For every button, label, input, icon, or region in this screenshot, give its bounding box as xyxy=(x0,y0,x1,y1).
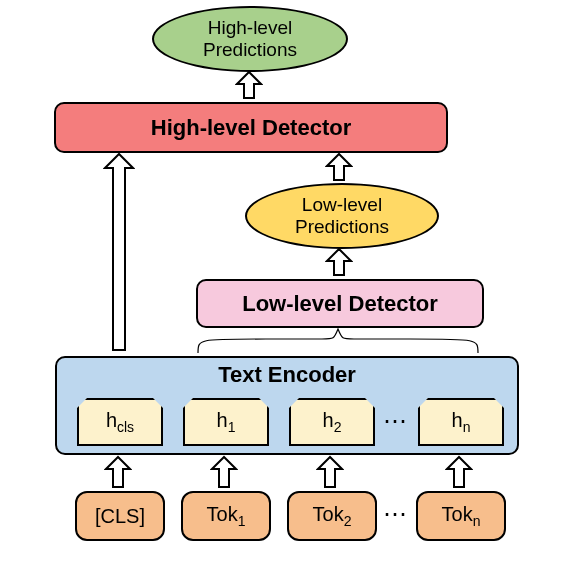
tok-1-node: Tok1 xyxy=(181,491,271,541)
tok-2-label: Tok2 xyxy=(313,503,352,529)
high-level-detector-node: High-level Detector xyxy=(54,102,448,153)
tok-n-node: Tokn xyxy=(416,491,506,541)
arrow-up-icon xyxy=(235,70,263,100)
svg-marker-3 xyxy=(327,249,351,275)
svg-marker-6 xyxy=(318,457,342,487)
svg-marker-1 xyxy=(327,154,351,180)
tok-n-label: Tokn xyxy=(442,503,481,529)
low-level-predictions-label: Low-level Predictions xyxy=(295,194,389,238)
h-2-label: h2 xyxy=(323,409,342,435)
text-encoder-label: Text Encoder xyxy=(218,362,356,388)
h-1-label: h1 xyxy=(217,409,236,435)
tok-2-node: Tok2 xyxy=(287,491,377,541)
high-level-detector-label: High-level Detector xyxy=(151,115,352,141)
h-n-node: hn xyxy=(418,398,504,446)
arrow-up-icon xyxy=(325,247,353,277)
h-2-node: h2 xyxy=(289,398,375,446)
svg-marker-0 xyxy=(237,72,261,98)
tok-1-label: Tok1 xyxy=(207,503,246,529)
diagram-canvas: High-level Predictions High-level Detect… xyxy=(0,0,574,574)
arrow-up-icon xyxy=(104,455,132,489)
arrow-up-icon xyxy=(325,152,353,182)
svg-marker-7 xyxy=(447,457,471,487)
high-level-predictions-label: High-level Predictions xyxy=(203,17,297,61)
h-n-label: hn xyxy=(452,409,471,435)
dots-hidden: ⋯ xyxy=(383,407,409,435)
low-level-predictions-node: Low-level Predictions xyxy=(245,183,439,249)
h-1-node: h1 xyxy=(183,398,269,446)
low-level-detector-node: Low-level Detector xyxy=(196,279,484,328)
tok-cls-label: [CLS] xyxy=(95,505,145,528)
arrow-up-icon xyxy=(445,455,473,489)
tok-cls-node: [CLS] xyxy=(75,491,165,541)
svg-marker-4 xyxy=(106,457,130,487)
h-cls-node: hcls xyxy=(77,398,163,446)
brace-icon xyxy=(196,327,480,359)
low-level-detector-label: Low-level Detector xyxy=(242,291,438,317)
h-cls-label: hcls xyxy=(106,409,134,435)
svg-marker-2 xyxy=(105,154,133,350)
dots-tokens: ⋯ xyxy=(383,500,409,528)
high-level-predictions-node: High-level Predictions xyxy=(152,6,348,72)
arrow-up-icon xyxy=(316,455,344,489)
arrow-up-tall-icon xyxy=(103,152,135,352)
arrow-up-icon xyxy=(210,455,238,489)
svg-marker-5 xyxy=(212,457,236,487)
